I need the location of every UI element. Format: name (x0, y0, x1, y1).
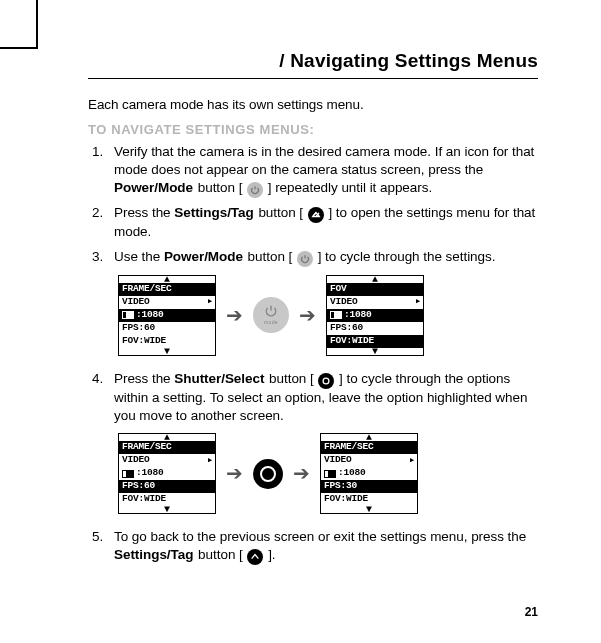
svg-point-0 (323, 378, 329, 384)
lcd-row: :1080 (321, 467, 417, 480)
lcd-screen-a: ▲ FRAME/SEC VIDEO▶ :1080 FPS:60 FOV:WIDE… (118, 275, 216, 356)
power-mode-icon (247, 182, 263, 198)
triangle-up-icon: ▲ (327, 276, 423, 283)
lcd-row: :1080 (327, 309, 423, 322)
shutter-select-label: Shutter/Select (174, 371, 264, 386)
power-mode-icon (297, 251, 313, 267)
step-num: 5. (92, 528, 103, 546)
settings-tag-label: Settings/Tag (114, 547, 193, 562)
lcd-row: FPS:60 (119, 480, 215, 493)
settings-tag-label: Settings/Tag (174, 205, 253, 220)
lcd-screen-c: ▲ FRAME/SEC VIDEO▶ :1080 FPS:60 FOV:WIDE… (118, 433, 216, 514)
bracket: button [ (193, 547, 247, 562)
bracket: button [ (264, 371, 318, 386)
arrow-right-icon: ➔ (226, 302, 243, 329)
step-text: Press the (114, 205, 174, 220)
step-text: ] repeatedly until it appears. (263, 180, 433, 195)
triangle-down-icon: ▼ (327, 348, 423, 355)
step-num: 3. (92, 248, 103, 266)
bracket: button [ (254, 205, 308, 220)
step-3: 3. Use the Power/Mode button [ ] to cycl… (110, 248, 538, 356)
step-2: 2. Press the Settings/Tag button [ ] to … (110, 204, 538, 241)
lcd-header: FRAME/SEC (119, 283, 215, 296)
lcd-row: VIDEO▶ (321, 454, 417, 467)
crop-mark-top (0, 47, 38, 49)
intro-text: Each camera mode has its own settings me… (88, 97, 538, 112)
bracket: button [ (193, 180, 247, 195)
lcd-row: VIDEO▶ (119, 296, 215, 309)
arrow-right-icon: ➔ (293, 460, 310, 487)
lcd-row: VIDEO▶ (327, 296, 423, 309)
step-text: ] to cycle through the settings. (313, 249, 496, 264)
step-text: Verify that the camera is in the desired… (114, 144, 534, 177)
step-text: Use the (114, 249, 164, 264)
triangle-down-icon: ▼ (119, 506, 215, 513)
lcd-row: FPS:60 (327, 322, 423, 335)
step-4: 4. Press the Shutter/Select button [ ] t… (110, 370, 538, 514)
settings-tag-icon (308, 207, 324, 223)
mode-button-label: mode (264, 319, 278, 326)
settings-tag-icon (247, 549, 263, 565)
triangle-up-icon: ▲ (119, 434, 215, 441)
lcd-header: FRAME/SEC (321, 441, 417, 454)
page-number: 21 (525, 605, 538, 619)
step-5: 5. To go back to the previous screen or … (110, 528, 538, 565)
triangle-up-icon: ▲ (119, 276, 215, 283)
step-num: 2. (92, 204, 103, 222)
lcd-screen-d: ▲ FRAME/SEC VIDEO▶ :1080 FPS:30 FOV:WIDE… (320, 433, 418, 514)
step-text: To go back to the previous screen or exi… (114, 529, 526, 544)
lcd-row: FPS:60 (119, 322, 215, 335)
arrow-right-icon: ➔ (226, 460, 243, 487)
triangle-up-icon: ▲ (321, 434, 417, 441)
bracket: button [ (243, 249, 297, 264)
screen-sequence-2: ▲ FRAME/SEC VIDEO▶ :1080 FPS:60 FOV:WIDE… (118, 433, 538, 514)
step-text: Press the (114, 371, 174, 386)
section-subhead: TO NAVIGATE SETTINGS MENUS: (88, 122, 538, 137)
page-title: / Navigating Settings Menus (88, 50, 538, 79)
power-mode-label: Power/Mode (164, 249, 243, 264)
screen-sequence-1: ▲ FRAME/SEC VIDEO▶ :1080 FPS:60 FOV:WIDE… (118, 275, 538, 356)
arrow-right-icon: ➔ (299, 302, 316, 329)
triangle-down-icon: ▼ (321, 506, 417, 513)
lcd-row: FPS:30 (321, 480, 417, 493)
triangle-down-icon: ▼ (119, 348, 215, 355)
step-num: 1. (92, 143, 103, 161)
lcd-header: FRAME/SEC (119, 441, 215, 454)
page-content: / Navigating Settings Menus Each camera … (38, 0, 578, 643)
power-mode-label: Power/Mode (114, 180, 193, 195)
step-1: 1. Verify that the camera is in the desi… (110, 143, 538, 198)
lcd-row: VIDEO▶ (119, 454, 215, 467)
shutter-select-icon (318, 373, 334, 389)
step-text: ]. (263, 547, 276, 562)
step-num: 4. (92, 370, 103, 388)
lcd-row: :1080 (119, 309, 215, 322)
lcd-screen-b: ▲ FOV VIDEO▶ :1080 FPS:60 FOV:WIDE ▼ (326, 275, 424, 356)
shutter-button-icon (253, 459, 283, 489)
mode-button-icon: mode (253, 297, 289, 333)
lcd-row: :1080 (119, 467, 215, 480)
